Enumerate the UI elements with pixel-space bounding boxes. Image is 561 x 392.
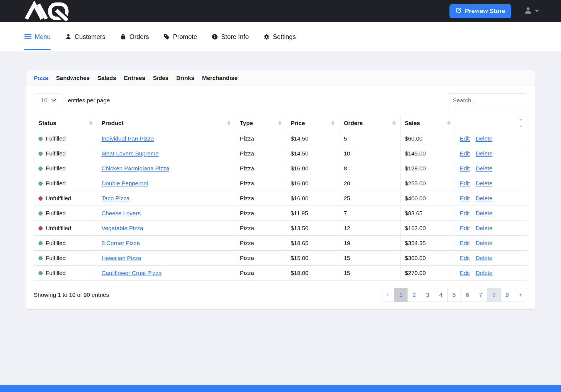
price-cell: $15.00	[286, 251, 339, 266]
pagination-page-4[interactable]: 4	[434, 288, 448, 302]
tab-sandwiches[interactable]: Sandwiches	[56, 75, 90, 81]
product-link[interactable]: Vegetable Pizza	[102, 225, 143, 231]
product-cell: Double Pepperoni	[97, 176, 235, 191]
table-row: Fulfilled Cheese Lovers Pizza $11.95 7 $…	[34, 206, 527, 221]
delete-link[interactable]: Delete	[475, 150, 492, 157]
pagination-page-9[interactable]: 9	[500, 288, 514, 302]
nav-item-settings[interactable]: Settings	[263, 22, 296, 51]
nav-item-promote[interactable]: Promote	[163, 22, 197, 51]
pagination-page-1[interactable]: 1	[394, 288, 408, 302]
delete-link[interactable]: Delete	[475, 240, 492, 246]
product-link[interactable]: 8 Corner Pizza	[102, 240, 140, 246]
delete-link[interactable]: Delete	[475, 270, 492, 276]
page-content: Pizza Sandwiches Salads Entrees Sides Dr…	[0, 51, 561, 385]
pagination-page-7[interactable]: 7	[474, 288, 487, 302]
sort-icon	[392, 121, 396, 125]
price-cell: $13.50	[286, 221, 339, 236]
edit-link[interactable]: Edit	[460, 180, 470, 186]
product-link[interactable]: Meat Lovers Supreme	[102, 150, 159, 157]
sort-icon	[519, 119, 523, 127]
col-header-status[interactable]: Status	[34, 115, 97, 131]
product-cell: Taco Pizza	[97, 191, 235, 206]
store-logo[interactable]	[24, 1, 71, 21]
edit-link[interactable]: Edit	[460, 135, 470, 142]
topbar: Preview Store	[0, 0, 561, 22]
tab-entrees[interactable]: Entrees	[124, 75, 145, 81]
actions-cell: EditDelete	[455, 146, 527, 161]
col-header-actions[interactable]	[455, 115, 527, 131]
price-cell: $11.95	[286, 206, 339, 221]
product-cell: Hawaiian Pizza	[97, 251, 235, 266]
edit-link[interactable]: Edit	[460, 225, 470, 231]
product-link[interactable]: Cheese Lovers	[102, 210, 141, 216]
table-row: Unfulfilled Vegetable Pizza Pizza $13.50…	[34, 221, 527, 236]
pagination-page-3[interactable]: 3	[421, 288, 434, 302]
delete-link[interactable]: Delete	[475, 135, 492, 142]
entries-summary: Showing 1 to 10 of 90 entries	[34, 292, 109, 298]
col-header-orders[interactable]: Orders	[339, 115, 400, 131]
external-link-icon	[456, 7, 462, 15]
type-cell: Pizza	[235, 236, 286, 251]
col-header-type[interactable]: Type	[235, 115, 286, 131]
edit-link[interactable]: Edit	[460, 270, 470, 276]
pagination-next-button[interactable]: ›	[514, 288, 527, 302]
nav-item-orders[interactable]: Orders	[120, 22, 149, 51]
preview-store-button[interactable]: Preview Store	[449, 4, 511, 18]
type-cell: Pizza	[235, 146, 286, 161]
user-menu-dropdown[interactable]	[524, 6, 539, 16]
product-link[interactable]: Individual Pan Pizza	[102, 135, 154, 142]
card-body: 10 entries per page Status Product	[26, 86, 535, 309]
nav-item-store-info[interactable]: Store Info	[211, 22, 249, 51]
edit-link[interactable]: Edit	[460, 255, 470, 261]
table-row: Unfulfilled Taco Pizza Pizza $16.00 25 $…	[34, 191, 527, 206]
tab-sides[interactable]: Sides	[153, 75, 169, 81]
tab-drinks[interactable]: Drinks	[176, 75, 194, 81]
sales-cell: $145.00	[400, 146, 455, 161]
pagination-page-8[interactable]: 8	[487, 288, 501, 302]
nav-item-menu[interactable]: Menu	[24, 22, 51, 51]
delete-link[interactable]: Delete	[475, 180, 492, 186]
pagination-prev-button[interactable]: ‹	[381, 288, 394, 302]
tab-pizza[interactable]: Pizza	[34, 75, 48, 81]
nav-item-customers[interactable]: Customers	[65, 22, 105, 51]
product-link[interactable]: Double Pepperoni	[102, 180, 148, 186]
delete-link[interactable]: Delete	[475, 165, 492, 172]
col-header-product[interactable]: Product	[97, 115, 235, 131]
delete-link[interactable]: Delete	[475, 210, 492, 216]
page-size-select[interactable]: 10	[34, 94, 63, 107]
delete-link[interactable]: Delete	[475, 225, 492, 231]
bag-icon	[120, 33, 126, 40]
orders-cell: 25	[339, 191, 400, 206]
product-cell: Cauliflower Crust Pizza	[97, 266, 235, 281]
pagination-page-5[interactable]: 5	[447, 288, 461, 302]
product-link[interactable]: Chicken Parmigiana Pizza	[102, 165, 169, 172]
tab-salads[interactable]: Salads	[97, 75, 116, 81]
pagination-page-2[interactable]: 2	[407, 288, 421, 302]
product-cell: 8 Corner Pizza	[97, 236, 235, 251]
col-header-price[interactable]: Price	[286, 115, 339, 131]
delete-link[interactable]: Delete	[475, 195, 492, 201]
edit-link[interactable]: Edit	[460, 195, 470, 201]
search-input[interactable]	[448, 94, 527, 107]
tab-merchandise[interactable]: Merchandise	[202, 75, 237, 81]
table-header-row: Status Product Type Price Orders Sales	[34, 115, 527, 131]
product-link[interactable]: Hawaiian Pizza	[102, 255, 141, 261]
pagination-page-6[interactable]: 6	[461, 288, 474, 302]
delete-link[interactable]: Delete	[475, 255, 492, 261]
edit-link[interactable]: Edit	[460, 240, 470, 246]
pagination: ‹ 1 2 3 4 5 6 7 8 9 ›	[381, 288, 527, 302]
page-size-value: 10	[41, 97, 47, 104]
status-cell: Fulfilled	[34, 161, 97, 176]
status-dot-fulfilled	[38, 181, 43, 186]
main-nav: Menu Customers Orders Promote	[0, 22, 561, 51]
edit-link[interactable]: Edit	[460, 210, 470, 216]
edit-link[interactable]: Edit	[460, 150, 470, 157]
product-link[interactable]: Taco Pizza	[102, 195, 130, 201]
sort-icon	[227, 121, 231, 125]
edit-link[interactable]: Edit	[460, 165, 470, 172]
product-cell: Vegetable Pizza	[97, 221, 235, 236]
status-cell: Unfulfilled	[34, 221, 97, 236]
col-header-sales[interactable]: Sales	[400, 115, 455, 131]
product-link[interactable]: Cauliflower Crust Pizza	[102, 270, 162, 276]
sort-icon	[331, 121, 335, 125]
